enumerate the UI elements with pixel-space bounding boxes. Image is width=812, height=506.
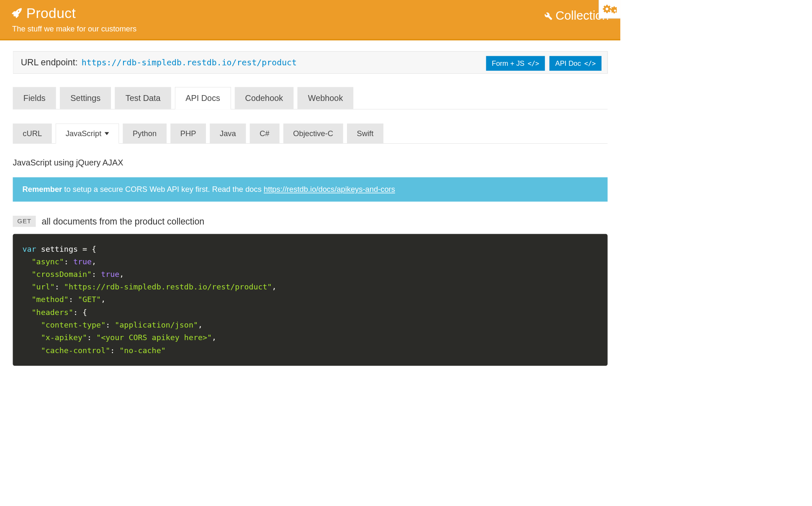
banner-strong: Remember <box>22 185 62 194</box>
code-ct-val: "application/json" <box>115 320 198 329</box>
example-heading: GET all documents from the product colle… <box>13 216 608 227</box>
code-async-val: true <box>73 257 92 266</box>
code-headers-key: "headers" <box>32 308 73 317</box>
lang-tab-javascript-label: JavaScript <box>66 129 102 138</box>
tab-codehook[interactable]: Codehook <box>234 87 293 109</box>
tab-test-data[interactable]: Test Data <box>115 87 171 109</box>
page-subtitle: The stuff we make for our customers <box>12 24 609 33</box>
api-doc-button-label: API Doc <box>555 59 581 67</box>
lang-tab-php[interactable]: PHP <box>170 124 206 143</box>
code-async-key: "async" <box>32 257 64 266</box>
code-ct-key: "content-type" <box>41 320 106 329</box>
endpoint-url[interactable]: https://rdb-simpledb.restdb.io/rest/prod… <box>82 58 297 67</box>
caret-down-icon <box>105 132 109 135</box>
code-keyword: var <box>22 245 36 253</box>
tab-settings[interactable]: Settings <box>60 87 111 109</box>
tab-fields[interactable]: Fields <box>13 87 56 109</box>
lang-tab-objectivec[interactable]: Objective-C <box>283 124 343 143</box>
wrench-icon <box>543 11 552 21</box>
rocket-icon <box>12 8 22 18</box>
settings-corner-button[interactable] <box>599 0 620 18</box>
banner-text: to setup a secure CORS Web API key first… <box>62 185 264 194</box>
tab-webhook[interactable]: Webhook <box>298 87 354 109</box>
http-method-badge: GET <box>13 216 36 227</box>
lang-tab-swift[interactable]: Swift <box>347 124 383 143</box>
lang-tab-curl[interactable]: cURL <box>13 124 52 143</box>
tab-api-docs[interactable]: API Docs <box>175 87 231 109</box>
endpoint-label: URL endpoint: <box>21 57 78 67</box>
lang-tab-csharp[interactable]: C# <box>250 124 280 143</box>
form-js-button[interactable]: Form + JS </> <box>486 56 545 71</box>
code-brackets-icon: </> <box>584 59 596 67</box>
code-cache-val: "no-cache" <box>119 346 165 355</box>
banner-docs-link[interactable]: https://restdb.io/docs/apikeys-and-cors <box>264 185 395 194</box>
example-description: all documents from the product collectio… <box>41 216 204 226</box>
code-url-val: "https://rdb-simpledb.restdb.io/rest/pro… <box>64 282 272 291</box>
gears-icon <box>603 2 617 16</box>
code-apikey-val: "<your CORS apikey here>" <box>96 333 212 342</box>
code-cache-key: "cache-control" <box>41 346 110 355</box>
code-brackets-icon: </> <box>528 59 540 67</box>
code-block[interactable]: var settings = { "async": true, "crossDo… <box>13 234 608 366</box>
code-apikey-key: "x-apikey" <box>41 333 87 342</box>
language-tabs: cURL JavaScript Python PHP Java C# Objec… <box>13 124 608 144</box>
api-doc-button[interactable]: API Doc </> <box>550 56 601 71</box>
code-method-key: "method" <box>32 295 69 304</box>
cors-info-banner: Remember to setup a secure CORS Web API … <box>13 177 608 201</box>
endpoint-box: URL endpoint: https://rdb-simpledb.restd… <box>13 51 608 73</box>
form-js-button-label: Form + JS <box>492 59 524 67</box>
code-url-key: "url" <box>32 282 55 291</box>
code-cross-key: "crossDomain" <box>32 270 92 279</box>
page-header: Product The stuff we make for our custom… <box>0 0 620 40</box>
page-title: Product <box>26 5 76 21</box>
main-tabs: Fields Settings Test Data API Docs Codeh… <box>13 87 608 109</box>
code-method-val: "GET" <box>78 295 101 304</box>
section-title: JavaScript using jQuery AJAX <box>13 158 608 168</box>
code-cross-val: true <box>101 270 119 279</box>
lang-tab-javascript[interactable]: JavaScript <box>56 124 119 144</box>
code-varname: settings <box>41 245 78 253</box>
lang-tab-java[interactable]: Java <box>210 124 246 143</box>
lang-tab-python[interactable]: Python <box>123 124 166 143</box>
